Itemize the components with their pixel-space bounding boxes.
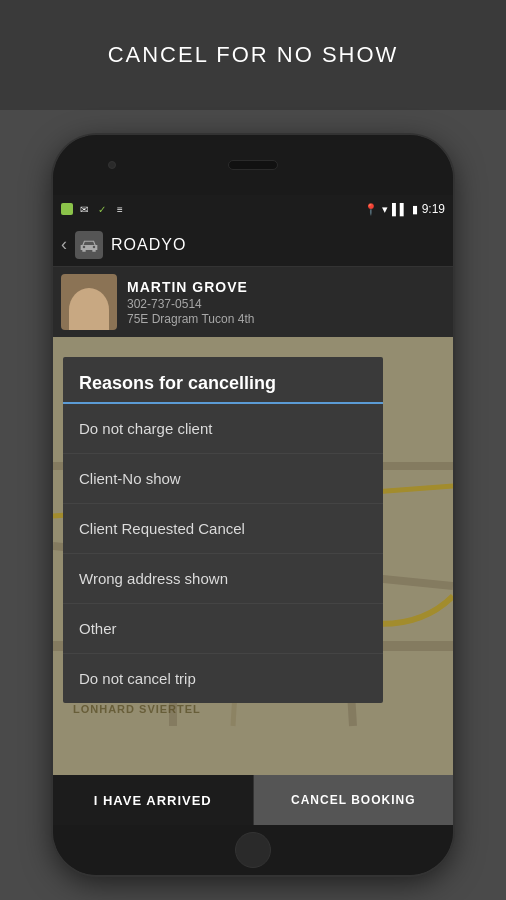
phone-device: ✉ ✓ ≡ 📍 ▾ ▌▌ ▮ 9:19 ‹ (53, 135, 453, 875)
driver-avatar (61, 274, 117, 330)
car-icon (79, 238, 99, 252)
driver-details: MARTIN GROVE 302-737-0514 75E Dragram Tu… (127, 279, 445, 326)
page-title: CANCEL FOR NO SHOW (108, 42, 399, 68)
phone-top-bezel (53, 135, 453, 195)
arrived-button[interactable]: I HAVE ARRIVED (53, 775, 254, 825)
phone-bottom-bezel (53, 825, 453, 875)
status-icons-left: ✉ ✓ ≡ (61, 202, 127, 216)
phone-screen: ✉ ✓ ≡ 📍 ▾ ▌▌ ▮ 9:19 ‹ (53, 195, 453, 825)
driver-phone: 302-737-0514 (127, 297, 445, 311)
reason-client-requested-cancel[interactable]: Client Requested Cancel (63, 504, 383, 554)
mail-icon: ✉ (77, 202, 91, 216)
driver-name: MARTIN GROVE (127, 279, 445, 295)
reason-wrong-address[interactable]: Wrong address shown (63, 554, 383, 604)
signal-icon: ▌▌ (392, 203, 408, 215)
reason-do-not-charge[interactable]: Do not charge client (63, 404, 383, 454)
cancel-booking-button[interactable]: CANCEL BOOKING (254, 775, 454, 825)
reason-other[interactable]: Other (63, 604, 383, 654)
app-bar: ‹ ROADYO (53, 223, 453, 267)
battery-icon: ▮ (412, 203, 418, 216)
bars-icon: ≡ (113, 202, 127, 216)
driver-address: 75E Dragram Tucon 4th (127, 312, 445, 326)
dialog-overlay: Reasons for cancelling Do not charge cli… (53, 337, 453, 775)
status-bar: ✉ ✓ ≡ 📍 ▾ ▌▌ ▮ 9:19 (53, 195, 453, 223)
wifi-icon: ▾ (382, 203, 388, 216)
reason-client-no-show[interactable]: Client-No show (63, 454, 383, 504)
reason-do-not-cancel[interactable]: Do not cancel trip (63, 654, 383, 703)
front-camera (108, 161, 116, 169)
map-area: BOHNENVIERTEL LONHARD SVIERTEL Reasons f… (53, 337, 453, 775)
check-icon: ✓ (95, 202, 109, 216)
phone-wrapper: ✉ ✓ ≡ 📍 ▾ ▌▌ ▮ 9:19 ‹ (53, 110, 453, 900)
status-time: 9:19 (422, 202, 445, 216)
avatar-face (69, 288, 109, 330)
app-name: ROADYO (111, 236, 186, 254)
cancel-reasons-dialog: Reasons for cancelling Do not charge cli… (63, 357, 383, 703)
dialog-items-list: Do not charge client Client-No show Clie… (63, 404, 383, 703)
phone-speaker (228, 160, 278, 170)
location-icon: 📍 (364, 203, 378, 216)
app-logo (75, 231, 103, 259)
status-icons-right: 📍 ▾ ▌▌ ▮ 9:19 (364, 202, 445, 216)
driver-info-bar: MARTIN GROVE 302-737-0514 75E Dragram Tu… (53, 267, 453, 337)
home-button[interactable] (235, 832, 271, 868)
dialog-title: Reasons for cancelling (79, 373, 276, 393)
dialog-title-bar: Reasons for cancelling (63, 357, 383, 404)
back-button[interactable]: ‹ (61, 234, 67, 255)
bottom-bar: I HAVE ARRIVED CANCEL BOOKING (53, 775, 453, 825)
top-header: CANCEL FOR NO SHOW (0, 0, 506, 110)
android-icon (61, 203, 73, 215)
